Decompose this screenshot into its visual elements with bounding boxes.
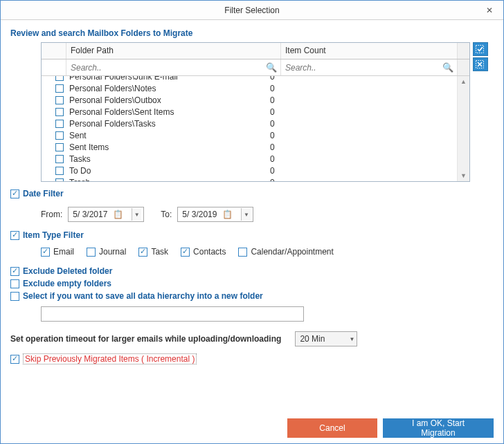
window-title: Filter Selection [1, 6, 503, 15]
table-row[interactable]: Tasks0 [42, 153, 457, 165]
item-count: 0 [267, 142, 457, 152]
from-label: From: [41, 210, 62, 219]
item-count: 0 [267, 119, 457, 129]
itemtype-label: Calendar/Appointment [251, 247, 333, 257]
folder-path: Personal Folders\Outbox [66, 95, 267, 105]
content: Review and search Mailbox Folders to Mig… [1, 20, 503, 443]
itemtype-label: Journal [99, 247, 126, 257]
scroll-up-icon[interactable]: ▲ [458, 76, 469, 87]
itemtype-task-checkbox[interactable] [138, 248, 147, 257]
itemtype-journal-checkbox[interactable] [87, 248, 96, 257]
folder-path: Personal Folders\Junk E-mail [66, 76, 267, 82]
table-row[interactable]: Sent0 [42, 129, 457, 141]
itemtype-email-checkbox[interactable] [41, 248, 50, 257]
exclude-deleted-checkbox[interactable] [10, 267, 19, 276]
start-migration-button[interactable]: I am OK, Start Migration [383, 418, 494, 438]
folder-path: Personal Folders\Notes [66, 84, 267, 93]
item-count: 0 [267, 166, 457, 176]
folder-path: Sent Items [66, 142, 267, 152]
folder-path: Trash [66, 178, 267, 182]
itemtype-label: Contacts [193, 247, 226, 257]
row-checkbox[interactable] [55, 155, 64, 163]
table-row[interactable]: Sent Items0 [42, 141, 457, 153]
item-type-filter-label: Item Type Filter [23, 230, 84, 240]
row-checkbox[interactable] [55, 108, 64, 116]
search-icon[interactable]: 🔍 [266, 62, 277, 73]
item-count: 0 [267, 178, 457, 182]
table-row[interactable]: To Do0 [42, 165, 457, 176]
row-checkbox[interactable] [55, 120, 64, 128]
item-count: 0 [267, 84, 457, 93]
skip-prev-checkbox[interactable] [10, 355, 19, 364]
folder-path: Personal Folders\Tasks [66, 119, 267, 129]
timeout-label: Set operation timeout for larger emails … [10, 334, 281, 344]
folder-grid: Folder Path Item Count 🔍 🔍 [41, 42, 470, 182]
row-checkbox[interactable] [55, 84, 64, 93]
header-label: Review and search Mailbox Folders to Mig… [10, 28, 494, 38]
new-folder-input[interactable] [41, 306, 304, 322]
chevron-down-icon: ▼ [349, 336, 354, 342]
exclude-empty-checkbox[interactable] [10, 279, 19, 288]
col-count-header[interactable]: Item Count [281, 43, 457, 59]
exclude-deleted-label: Exclude Deleted folder [23, 266, 112, 276]
table-row[interactable]: Personal Folders\Junk E-mail0 [42, 76, 457, 82]
save-hierarchy-label: Select if you want to save all data hier… [23, 291, 263, 301]
skip-prev-label: Skip Previously Migrated Items ( Increme… [23, 353, 197, 364]
save-hierarchy-checkbox[interactable] [10, 292, 19, 301]
titlebar: Filter Selection ✕ [1, 1, 503, 20]
vertical-scrollbar[interactable]: ▲ ▼ [457, 76, 469, 181]
table-row[interactable]: Personal Folders\Notes0 [42, 82, 457, 94]
search-path-input[interactable] [66, 61, 280, 75]
row-checkbox[interactable] [55, 96, 64, 104]
folder-path: Personal Folders\Sent Items [66, 107, 267, 117]
table-row[interactable]: Personal Folders\Outbox0 [42, 94, 457, 106]
grid-header: Folder Path Item Count [42, 43, 469, 59]
calendar-icon: 📋 [113, 210, 123, 219]
row-checkbox[interactable] [55, 167, 64, 175]
table-row[interactable]: Trash0 [42, 176, 457, 181]
date-filter-checkbox[interactable] [10, 189, 19, 198]
row-checkbox[interactable] [55, 131, 64, 140]
table-row[interactable]: Personal Folders\Sent Items0 [42, 106, 457, 118]
item-count: 0 [267, 154, 457, 164]
date-filter-label: Date Filter [23, 189, 64, 198]
to-date-value: 5/ 3/2019 [182, 210, 217, 219]
folder-path: Sent [66, 131, 267, 140]
item-type-filter-checkbox[interactable] [10, 231, 19, 240]
cancel-button[interactable]: Cancel [287, 418, 377, 438]
row-checkbox[interactable] [55, 76, 64, 81]
table-row[interactable]: Personal Folders\Tasks0 [42, 118, 457, 129]
folder-path: To Do [66, 166, 267, 176]
folder-path: Tasks [66, 154, 267, 164]
row-checkbox[interactable] [55, 143, 64, 151]
item-count: 0 [267, 95, 457, 105]
exclude-empty-label: Exclude empty folders [23, 279, 111, 288]
from-date-input[interactable]: 5/ 3/2017 📋 ▼ [68, 207, 144, 222]
timeout-select[interactable]: 20 Min ▼ [295, 331, 357, 346]
item-count: 0 [267, 76, 457, 82]
item-count: 0 [267, 107, 457, 117]
to-label: To: [161, 210, 172, 219]
select-all-button[interactable] [473, 42, 488, 56]
calendar-icon: 📋 [222, 210, 233, 219]
filter-selection-window: Filter Selection ✕ Review and search Mai… [0, 0, 504, 444]
chevron-down-icon[interactable]: ▼ [132, 208, 141, 221]
itemtype-contacts-checkbox[interactable] [181, 248, 190, 257]
itemtype-label: Task [151, 247, 168, 257]
col-path-header[interactable]: Folder Path [66, 43, 281, 59]
svg-rect-0 [476, 46, 484, 53]
item-count: 0 [267, 131, 457, 140]
chevron-down-icon[interactable]: ▼ [241, 208, 251, 221]
timeout-value: 20 Min [300, 334, 325, 344]
deselect-all-button[interactable] [473, 57, 488, 71]
row-checkbox[interactable] [55, 178, 64, 182]
itemtype-calendar-appointment-checkbox[interactable] [238, 248, 247, 257]
from-date-value: 5/ 3/2017 [73, 210, 107, 219]
scroll-down-icon[interactable]: ▼ [458, 170, 469, 181]
search-count-input[interactable] [281, 61, 457, 75]
itemtype-label: Email [53, 247, 74, 257]
to-date-input[interactable]: 5/ 3/2019 📋 ▼ [177, 207, 253, 222]
search-icon[interactable]: 🔍 [442, 62, 453, 73]
close-icon[interactable]: ✕ [476, 1, 503, 20]
